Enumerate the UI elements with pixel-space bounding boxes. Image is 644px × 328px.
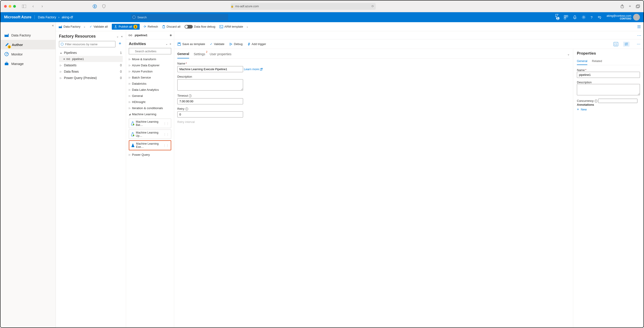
activity-category-ml[interactable]: ◢Machine Learning <box>129 111 171 117</box>
publish-all-button[interactable]: Publish all 1 <box>112 24 140 30</box>
properties-toggle-button[interactable] <box>623 42 630 47</box>
activity-category[interactable]: ▷HDInsight <box>129 99 171 105</box>
close-window-icon[interactable] <box>4 5 7 8</box>
directory-icon[interactable] <box>564 15 568 19</box>
chat-icon[interactable] <box>598 15 602 19</box>
nav-author[interactable]: Author 1 <box>0 40 56 49</box>
props-tab-general[interactable]: General <box>577 58 587 65</box>
props-tab-related[interactable]: Related <box>592 58 602 65</box>
feedback-icon[interactable]: 1 <box>555 13 559 21</box>
chevron-down-icon[interactable]: ⌄ <box>567 51 570 58</box>
info-icon[interactable]: i <box>185 108 188 111</box>
pipeline-description-input[interactable] <box>577 84 640 95</box>
url-bar[interactable]: 🔒 ms-adf.azure.com ⟳ <box>230 3 376 10</box>
svg-rect-14 <box>5 63 8 65</box>
datafactory-dropdown[interactable]: Data Factory ⌄ <box>58 25 86 28</box>
activity-description-input[interactable] <box>177 79 243 91</box>
svg-point-31 <box>626 43 628 44</box>
retry-input[interactable] <box>177 111 243 118</box>
more-icon[interactable]: ⋯ <box>637 33 641 38</box>
add-trigger-button[interactable]: Add trigger <box>248 42 266 46</box>
add-resource-button[interactable]: + <box>117 41 123 47</box>
azure-brand[interactable]: Microsoft Azure <box>4 15 35 19</box>
dataflow-debug-toggle[interactable]: Data flow debug <box>184 25 216 28</box>
nav-manage[interactable]: Manage <box>0 59 56 68</box>
info-icon[interactable]: i <box>594 100 598 103</box>
validate-all-button[interactable]: ✓ Validate all <box>90 25 108 28</box>
activity-category[interactable]: ▷Batch Service <box>129 74 171 81</box>
search-activities-input[interactable] <box>129 48 171 54</box>
timeout-input[interactable] <box>177 98 243 104</box>
dataflows-group[interactable]: ▷ Data flows 0 <box>59 68 123 75</box>
activity-category[interactable]: ▷General <box>129 93 171 99</box>
activity-category[interactable]: ▷Iteration & conditionals <box>129 105 171 111</box>
maximize-window-icon[interactable] <box>13 5 16 8</box>
activity-ml-batch[interactable]: Machine Learning Bat… ⋮⋮ <box>129 119 171 128</box>
triangle-right-icon: ▷ <box>60 77 63 79</box>
discard-all-button[interactable]: Discard all <box>162 25 180 28</box>
debug-button[interactable]: Debug <box>229 42 242 46</box>
pipelines-group[interactable]: ▲ Pipelines 1 <box>59 50 123 56</box>
collapse-icon[interactable]: « <box>170 42 171 45</box>
tab-settings[interactable]: Settings 2 <box>194 51 205 58</box>
validate-button[interactable]: ✓ Validate <box>210 42 224 46</box>
powerquery-group[interactable]: ▷ Power Query (Preview) 0 <box>59 75 123 81</box>
refresh-button[interactable]: ⟳ Refresh <box>144 25 158 28</box>
activity-category[interactable]: ▷Power Query <box>129 152 171 158</box>
help-icon[interactable]: ? <box>591 15 592 19</box>
collapse-icon[interactable]: « <box>121 35 123 38</box>
drag-grip-icon: ⋮⋮ <box>163 122 169 125</box>
user-menu[interactable]: aking@contoso.com CONTOSO <box>606 14 640 21</box>
activity-category[interactable]: ▷Azure Function <box>129 68 171 74</box>
collapse-nav-icon[interactable]: « <box>52 23 54 27</box>
password-manager-icon[interactable] <box>92 3 98 9</box>
activity-name-input[interactable] <box>177 66 243 72</box>
list-icon[interactable] <box>637 25 641 28</box>
learn-more-link[interactable]: Learn more <box>244 67 262 71</box>
activity-ml-update[interactable]: Machine Learning Up… ⋮⋮ <box>129 130 171 139</box>
tabs-overview-icon[interactable] <box>636 4 640 8</box>
activity-category[interactable]: ▷Move & transform <box>129 56 171 62</box>
minimize-window-icon[interactable] <box>8 5 11 8</box>
reload-icon[interactable]: ⟳ <box>372 4 374 8</box>
concurrency-input[interactable] <box>598 99 638 103</box>
more-icon[interactable]: ⋯ <box>637 42 640 46</box>
expand-icon[interactable]: ⌄ <box>166 42 168 45</box>
user-email: aking@contoso.com <box>606 14 631 17</box>
activity-category[interactable]: ▷Databricks <box>129 81 171 87</box>
shield-icon[interactable] <box>101 3 107 9</box>
back-icon[interactable]: ‹ <box>30 3 36 9</box>
gear-icon[interactable] <box>582 15 586 19</box>
tab-general[interactable]: General <box>177 51 189 58</box>
search-input[interactable] <box>130 14 228 20</box>
expand-icon[interactable]: ⌄ <box>116 35 119 38</box>
nav-data-factory[interactable]: Data Factory <box>0 30 56 40</box>
new-tab-icon[interactable]: ＋ <box>628 4 632 8</box>
datasets-group[interactable]: ▷ Datasets 0 <box>59 62 123 68</box>
filter-resources-input[interactable] <box>59 41 116 47</box>
info-icon[interactable]: i <box>189 94 192 97</box>
svg-rect-21 <box>68 58 70 60</box>
global-search[interactable] <box>130 14 228 20</box>
tab-user-properties[interactable]: User properties <box>210 51 232 58</box>
add-annotation-button[interactable]: + New <box>577 107 640 111</box>
save-template-button[interactable]: Save as template <box>177 42 205 46</box>
azure-header: Microsoft Azure Data Factory › aking-df … <box>0 12 644 22</box>
arm-template-button[interactable]: ARM template ⌄ <box>220 25 248 28</box>
pipeline-tab[interactable]: pipeline1 <box>126 31 174 39</box>
activity-ml-execute[interactable]: Machine Learning Exe… ⋮⋮ <box>129 140 171 150</box>
forward-icon[interactable]: › <box>39 3 45 9</box>
code-view-button[interactable]: { } <box>614 42 618 46</box>
breadcrumb-root[interactable]: Data Factory <box>38 15 56 19</box>
properties-title: Properties <box>577 51 640 56</box>
breadcrumb-current[interactable]: aking-df <box>62 15 73 19</box>
pipeline-name-input[interactable] <box>577 72 640 78</box>
bell-icon[interactable] <box>573 15 577 19</box>
pipeline1-item[interactable]: pipeline1 <box>59 56 123 62</box>
nav-monitor[interactable]: Monitor <box>0 49 56 59</box>
sidebar-icon[interactable] <box>21 3 27 9</box>
activity-category[interactable]: ▷Data Lake Analytics <box>129 87 171 93</box>
activity-category[interactable]: ▷Azure Data Explorer <box>129 62 171 68</box>
share-icon[interactable] <box>620 4 624 8</box>
factory-icon <box>4 33 9 38</box>
